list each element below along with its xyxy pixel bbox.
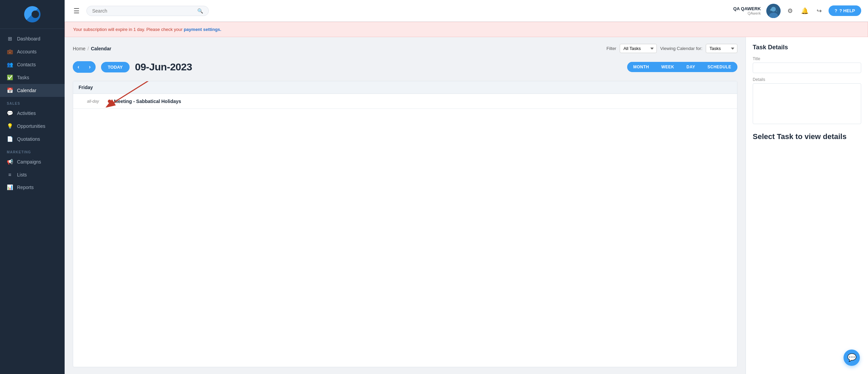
sidebar-item-label: Activities [17,111,36,116]
details-label: Details [753,77,861,82]
sidebar-item-label: Quotations [17,136,40,142]
search-bar: 🔍 [86,6,209,16]
opportunities-icon: 💡 [7,123,13,129]
avatar[interactable] [766,4,781,18]
next-button[interactable]: › [84,61,95,73]
prev-button[interactable]: ‹ [73,61,84,73]
viewing-select[interactable]: Tasks Meetings All [706,44,737,53]
search-input[interactable] [92,8,195,14]
sidebar-item-opportunities[interactable]: 💡 Opportunities [0,120,65,133]
schedule-view-button[interactable]: SCHEDULE [701,62,737,72]
notifications-button[interactable]: 🔔 [800,6,810,16]
calendar-table: Friday all-day [73,81,737,367]
sidebar-item-calendar[interactable]: 📅 Calendar [0,84,65,97]
dashboard-icon: ⊞ [7,36,13,42]
tasks-icon: ✅ [7,74,13,81]
allday-row: all-day Meeting - Sabbatical Holidays [73,94,737,109]
user-info: QA QAWERK QAwerk [733,6,761,15]
nav-arrows: ‹ › [73,61,96,73]
sidebar-item-quotations[interactable]: 📄 Quotations [0,133,65,146]
user-name: QA QAWERK [733,6,761,11]
sidebar-item-activities[interactable]: 💬 Activities [0,107,65,120]
title-label: Title [753,56,861,61]
alert-banner: Your subscription will expire in 1 day. … [65,22,868,37]
view-buttons: MONTH WEEK DAY SCHEDULE [627,62,737,72]
exit-icon: ↪ [817,7,822,14]
campaigns-icon: 📢 [7,159,13,165]
exit-button[interactable]: ↪ [815,6,823,16]
svg-point-4 [776,11,777,12]
quotations-icon: 📄 [7,136,13,142]
task-details-title: Task Details [753,44,861,51]
payment-settings-link[interactable]: payment settings. [184,27,221,32]
reports-icon: 📊 [7,184,13,190]
right-panel: Task Details Title Details Select Task t… [746,37,868,374]
chat-bubble[interactable]: 💬 [844,350,860,366]
bell-icon: 🔔 [801,7,808,14]
sidebar-item-label: Tasks [17,75,29,80]
alert-text: Your subscription will expire in 1 day. … [73,27,184,32]
breadcrumb: Home / Calendar [73,46,111,51]
sidebar-item-label: Calendar [17,88,36,93]
accounts-icon: 💼 [7,49,13,55]
calendar-icon: 📅 [7,87,13,94]
sidebar-item-label: Lists [17,172,27,177]
breadcrumb-current: Calendar [91,46,111,51]
day-view-button[interactable]: DAY [680,62,701,72]
header-right: QA QAWERK QAwerk ⚙ 🔔 ↪ [733,4,861,18]
sidebar-item-label: Accounts [17,49,37,54]
sidebar-item-label: Reports [17,185,34,190]
search-icon: 🔍 [197,8,203,14]
page-layout: Home / Calendar Filter All Tasks My Task… [65,37,868,374]
calendar-date: 09-Jun-2023 [135,61,192,73]
sidebar-item-dashboard[interactable]: ⊞ Dashboard [0,32,65,45]
sidebar-item-accounts[interactable]: 💼 Accounts [0,45,65,58]
event-dot [108,100,111,103]
breadcrumb-home[interactable]: Home [73,46,85,51]
sidebar-item-label: Dashboard [17,36,40,41]
sidebar-item-label: Opportunities [17,123,45,129]
details-textarea[interactable] [753,83,861,124]
help-icon: ? [835,8,837,13]
chat-icon: 💬 [847,353,856,362]
help-label: ? HELP [839,8,855,13]
content-wrapper: Your subscription will expire in 1 day. … [65,22,868,374]
sidebar-item-campaigns[interactable]: 📢 Campaigns [0,155,65,168]
today-button[interactable]: TODAY [101,62,130,72]
settings-icon: ⚙ [787,7,793,14]
main-area: ☰ 🔍 QA QAWERK QAwerk ⚙ [65,0,868,374]
marketing-section-label: MARKETING [0,146,65,155]
filter-label: Filter [606,46,616,51]
app-logo [24,6,40,22]
sidebar-item-contacts[interactable]: 👥 Contacts [0,58,65,71]
sidebar-nav: ⊞ Dashboard 💼 Accounts 👥 Contacts ✅ Task… [0,29,65,374]
sidebar-item-reports[interactable]: 📊 Reports [0,181,65,194]
svg-point-3 [770,9,772,11]
week-view-button[interactable]: WEEK [655,62,680,72]
filter-select[interactable]: All Tasks My Tasks Team Tasks [620,44,657,53]
sidebar-item-lists[interactable]: ≡ Lists [0,168,65,181]
title-field: Title [753,56,861,73]
contacts-icon: 👥 [7,62,13,68]
title-input[interactable] [753,63,861,73]
activities-icon: 💬 [7,110,13,116]
settings-button[interactable]: ⚙ [786,6,794,16]
sidebar: ⊞ Dashboard 💼 Accounts 👥 Contacts ✅ Task… [0,0,65,374]
user-sub: QAwerk [733,11,761,15]
calendar-body [73,109,737,211]
event-label[interactable]: Meeting - Sabbatical Holidays [114,99,181,104]
help-button[interactable]: ? ? HELP [829,5,861,16]
select-task-text: Select Task to view details [753,132,861,141]
allday-row-wrapper: all-day Meeting - Sabbatical Holidays [73,94,737,109]
header: ☰ 🔍 QA QAWERK QAwerk ⚙ [65,0,868,22]
calendar-header: ‹ › TODAY 09-Jun-2023 MONTH WEEK DAY SCH… [73,58,737,75]
filter-row: Filter All Tasks My Tasks Team Tasks Vie… [606,44,737,53]
day-header: Friday [73,81,737,94]
allday-label: all-day [73,99,104,104]
sales-section-label: SALES [0,97,65,107]
hamburger-button[interactable]: ☰ [71,5,82,16]
logo-area [0,0,65,29]
sidebar-item-label: Contacts [17,62,36,67]
sidebar-item-tasks[interactable]: ✅ Tasks [0,71,65,84]
month-view-button[interactable]: MONTH [627,62,655,72]
